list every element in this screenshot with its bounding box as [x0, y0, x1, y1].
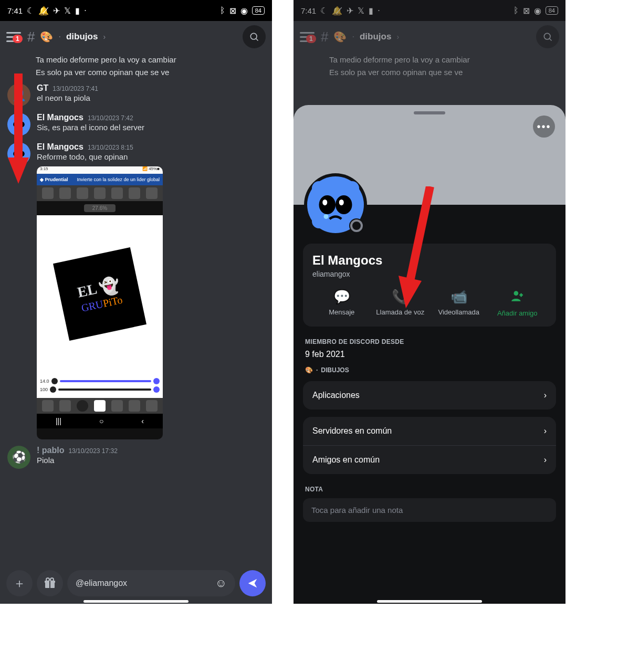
dot: ·: [58, 32, 60, 41]
home-indicator[interactable]: [377, 600, 482, 603]
message-author[interactable]: El Mangocs: [37, 113, 83, 122]
att-nav: |||○‹: [37, 414, 163, 428]
add-friend-action[interactable]: Añadir amigo: [488, 289, 547, 317]
att-toolbar: [37, 185, 163, 201]
menu-button[interactable]: 1: [300, 36, 316, 38]
drag-handle[interactable]: [414, 111, 445, 114]
avatar[interactable]: 👤: [7, 83, 30, 107]
message-author[interactable]: ! pablo: [37, 446, 64, 455]
channel-name[interactable]: dibujos: [66, 32, 98, 42]
avatar[interactable]: [7, 113, 30, 136]
svg-point-15: [544, 33, 550, 39]
status-offline-icon: [349, 218, 364, 233]
svg-point-19: [336, 195, 352, 214]
video-call-action[interactable]: 📹 Videollamada: [430, 289, 488, 317]
x-icon: 𝕏: [64, 6, 71, 16]
note-placeholder: Toca para añadir una nota: [311, 506, 403, 514]
video-icon: 📹: [451, 289, 467, 305]
action-label: Añadir amigo: [497, 309, 538, 317]
message-action[interactable]: 💬 Mensaje: [312, 289, 371, 317]
gift-button[interactable]: [37, 570, 63, 596]
avatar[interactable]: ⚽: [7, 446, 30, 469]
svg-point-12: [50, 578, 54, 581]
nosim-icon: ⊠: [523, 6, 530, 16]
att-status: 3:15 📶 45%■: [37, 166, 163, 174]
message-author[interactable]: GT: [37, 83, 48, 93]
list-label: Servidores en común: [312, 426, 392, 436]
message[interactable]: El Mangocs 13/10/2023 8:15 Reforme todo,…: [7, 139, 265, 443]
message-list[interactable]: Ta medio deforme pero la voy a cambiar E…: [0, 52, 272, 474]
search-icon: [249, 32, 259, 42]
profile-info-card: El Mangocs eliamangox 💬 Mensaje 📞 Llamad…: [303, 244, 556, 327]
att-sliders: 14.0 100: [37, 373, 163, 398]
user-profile-sheet[interactable]: ••• El Mangocs eliamangox 💬 Mensaje 📞 Ll…: [294, 105, 565, 604]
hash-icon: #: [27, 29, 35, 45]
note-label: NOTA: [305, 486, 554, 493]
avatar[interactable]: [7, 142, 30, 165]
x-icon: 𝕏: [358, 6, 364, 16]
attach-button[interactable]: ＋: [6, 570, 33, 596]
svg-line-1: [256, 39, 258, 41]
message-time: 13/10/2023 17:32: [68, 447, 117, 455]
chevron-right-icon: ›: [544, 455, 547, 465]
dot: ·: [352, 32, 354, 41]
svg-point-7: [19, 151, 25, 156]
action-label: Mensaje: [329, 308, 354, 316]
voice-call-action[interactable]: 📞 Llamada de voz: [371, 289, 430, 317]
svg-point-6: [13, 151, 19, 156]
menu-badge: 1: [13, 35, 23, 43]
message[interactable]: 👤 GT 13/10/2023 7:41 el neon ta piola: [7, 80, 265, 110]
chevron-right-icon: ›: [396, 33, 399, 41]
list-label: Aplicaciones: [312, 391, 360, 400]
chevron-right-icon: ›: [103, 33, 106, 41]
common-servers-item[interactable]: Servidores en común ›: [303, 417, 556, 445]
chat-input-bar: ＋ @eliamangox ☺: [0, 570, 272, 596]
att-bottom-toolbar: [37, 398, 163, 414]
action-label: Videollamada: [438, 308, 479, 316]
svg-point-18: [319, 195, 336, 214]
more-options-button[interactable]: •••: [533, 116, 555, 138]
wifi-icon: ◉: [240, 6, 248, 16]
apps-item[interactable]: Aplicaciones ›: [303, 381, 556, 410]
message-text: Ta medio deforme pero la voy a cambiar: [36, 55, 176, 65]
blue-face-icon: [9, 115, 28, 134]
profile-display-name: El Mangocs: [312, 253, 547, 268]
svg-point-21: [339, 200, 344, 205]
search-button[interactable]: [243, 25, 266, 48]
home-indicator[interactable]: [83, 600, 188, 603]
attachment-image[interactable]: 3:15 📶 45%■ ◆ Prudential Invierte con la…: [37, 166, 163, 439]
message-input[interactable]: @eliamangox ☺: [67, 570, 235, 596]
telegram-icon: ✈: [53, 6, 60, 16]
send-button[interactable]: [239, 570, 266, 596]
message-time: 13/10/2023 7:41: [53, 85, 98, 92]
message-text: Piola: [37, 455, 265, 466]
common-friends-item[interactable]: Amigos en común ›: [303, 445, 556, 474]
channel-name: dibujos: [360, 32, 391, 42]
more-icon: ·: [84, 6, 86, 15]
more-iconündem: ·: [378, 6, 380, 15]
message-author[interactable]: El Mangocs: [37, 142, 83, 152]
svg-rect-10: [49, 581, 50, 588]
emoji-icon[interactable]: ☺: [215, 576, 227, 590]
bluetooth-icon: ᛒ: [514, 6, 519, 15]
nosim-icon: ⊠: [229, 6, 236, 16]
list-label: Amigos en común: [312, 455, 380, 465]
phone-screenshot-left: 7:41 ☾ 🔔̸ ✈ 𝕏 ▮ · ᛒ ⊠ ◉ 84 1 # 🎨 · dibuj…: [0, 0, 272, 604]
message[interactable]: El Mangocs 13/10/2023 7:42 Sis, es para …: [7, 110, 265, 139]
profile-origin: 🎨 · DIBUJOS: [305, 366, 554, 374]
att-ad-banner: ◆ Prudential Invierte con la solidez de …: [37, 174, 163, 185]
profile-avatar[interactable]: [304, 173, 367, 236]
note-input[interactable]: Toca para añadir una nota: [303, 498, 556, 522]
search-button[interactable]: [536, 25, 559, 48]
message-text: Ta medio deforme pero la voy a cambiar: [329, 55, 470, 65]
vibrate-icon: 🔔̸: [38, 6, 49, 16]
bluetooth-icon: ᛒ: [220, 6, 225, 15]
channel-emoji: 🎨: [40, 30, 53, 43]
message-text: Es solo pa ver como opinan que se ve: [329, 67, 463, 78]
att-canvas: EL 👻 GRUPiTo: [37, 215, 163, 373]
message[interactable]: ⚽ ! pablo 13/10/2023 17:32 Piola: [7, 443, 265, 472]
member-since-value: 9 feb 2021: [305, 350, 554, 359]
menu-badge: 1: [306, 35, 316, 43]
menu-button[interactable]: 1: [6, 36, 22, 38]
message-time: 13/10/2023 7:42: [88, 114, 133, 122]
